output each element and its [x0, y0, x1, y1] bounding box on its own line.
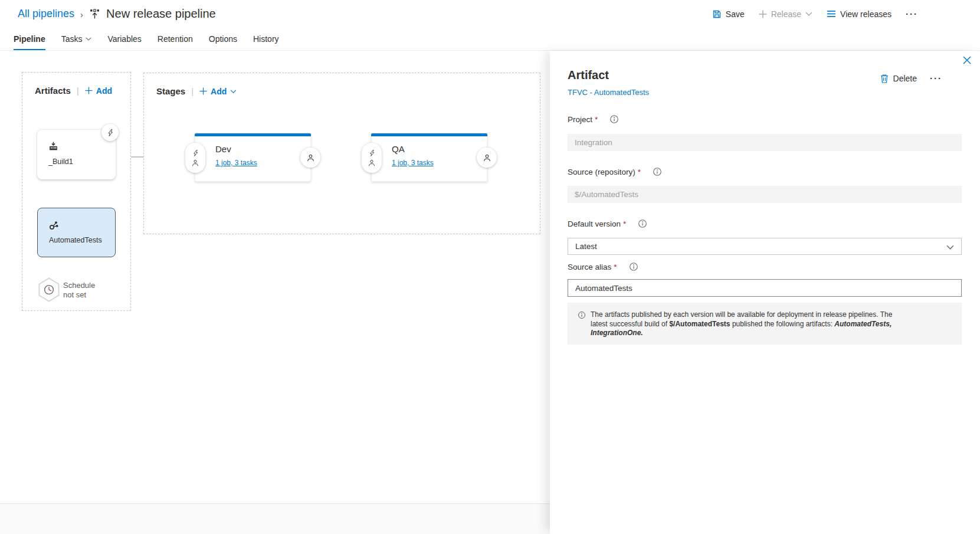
project-field [568, 134, 962, 151]
schedule-status-text: Schedule not set [63, 277, 95, 302]
close-panel-button[interactable] [963, 56, 971, 64]
list-icon [827, 10, 836, 18]
save-button[interactable]: Save [712, 9, 745, 19]
tab-history[interactable]: History [253, 28, 279, 50]
view-releases-button[interactable]: View releases [827, 9, 891, 19]
chevron-down-icon [805, 12, 812, 16]
stage-tasks-link[interactable]: 1 job, 3 tasks [215, 159, 257, 167]
add-stage-button[interactable]: Add [199, 87, 237, 96]
stage-card-dev[interactable]: Dev 1 job, 3 tasks [195, 133, 311, 182]
schedule-clock-icon[interactable] [38, 277, 60, 302]
toolbar: Save Release View releases ··· [712, 0, 918, 28]
artifact-card-build1[interactable]: _Build1 [37, 130, 116, 179]
breadcrumb: All pipelines › New release pipeline [18, 0, 216, 28]
release-button[interactable]: Release [759, 9, 812, 19]
stage-status-bar [371, 133, 487, 136]
person-icon [192, 159, 199, 166]
info-icon[interactable] [629, 262, 638, 271]
tab-retention[interactable]: Retention [158, 28, 193, 50]
stages-divider: | [191, 86, 194, 96]
artifact-label: _Build1 [48, 158, 73, 166]
stage-name: QA [392, 144, 405, 154]
chevron-down-icon [86, 37, 91, 41]
artifacts-title: Artifacts [35, 86, 71, 96]
person-icon [483, 154, 491, 162]
plus-icon [759, 10, 767, 18]
info-icon[interactable] [653, 167, 662, 176]
artifacts-divider: | [77, 86, 79, 96]
close-icon [963, 56, 971, 64]
info-icon[interactable] [609, 114, 619, 124]
lightning-icon [192, 149, 199, 157]
continuous-deployment-trigger-badge[interactable] [101, 124, 119, 141]
artifacts-zone: Artifacts | Add [22, 72, 131, 311]
plus-icon [199, 87, 207, 95]
add-artifact-button[interactable]: Add [85, 86, 112, 96]
release-pipeline-icon [89, 8, 100, 19]
more-options-button[interactable]: ··· [906, 9, 918, 19]
info-icon [578, 311, 586, 319]
post-deployment-conditions-button[interactable] [477, 148, 497, 168]
person-icon [368, 159, 375, 166]
tab-variables[interactable]: Variables [107, 28, 141, 50]
panel-title: Artifact [568, 68, 609, 82]
artifact-card-automatedtests[interactable]: AutomatedTests [37, 208, 116, 257]
pipeline-canvas: Artifacts | Add _Build1 [0, 51, 550, 504]
delete-artifact-button[interactable]: Delete [880, 74, 917, 83]
tfvc-artifact-icon [49, 220, 60, 230]
person-icon [307, 154, 314, 162]
stage-tasks-link[interactable]: 1 job, 3 tasks [392, 159, 434, 167]
tab-options[interactable]: Options [209, 28, 237, 50]
build-artifact-icon [48, 142, 58, 152]
trash-icon [880, 74, 889, 83]
save-icon [712, 9, 722, 19]
chevron-down-icon [946, 245, 954, 250]
tab-bar: Pipeline Tasks Variables Retention Optio… [0, 28, 980, 51]
chevron-down-icon [230, 90, 237, 93]
source-repository-label: Source (repository) * [568, 167, 662, 176]
default-version-label: Default version * [568, 219, 647, 228]
stage-status-bar [195, 133, 311, 136]
artifact-info-message: The artifacts published by each version … [568, 303, 962, 345]
project-label: Project * [568, 114, 619, 124]
info-icon[interactable] [638, 219, 647, 228]
page-title: New release pipeline [106, 7, 216, 21]
top-bar: All pipelines › New release pipeline Sav [0, 0, 980, 28]
source-alias-input[interactable] [568, 279, 962, 297]
stage-name: Dev [215, 144, 231, 154]
schedule-trigger: Schedule not set [38, 277, 95, 302]
artifact-label: AutomatedTests [49, 236, 102, 244]
tab-pipeline[interactable]: Pipeline [14, 28, 45, 50]
default-version-dropdown[interactable]: Latest [568, 238, 962, 255]
pre-deployment-conditions-button[interactable] [362, 143, 382, 173]
pre-deployment-conditions-button[interactable] [185, 143, 205, 173]
breadcrumb-separator: › [80, 9, 83, 19]
tab-tasks[interactable]: Tasks [61, 28, 92, 50]
stage-card-qa[interactable]: QA 1 job, 3 tasks [371, 133, 487, 182]
panel-more-button[interactable]: ··· [930, 73, 942, 83]
source-repository-field [568, 186, 962, 203]
plus-icon [85, 87, 93, 94]
stages-title: Stages [156, 86, 185, 96]
post-deployment-conditions-button[interactable] [300, 148, 320, 168]
lightning-icon [369, 149, 375, 157]
breadcrumb-all-pipelines-link[interactable]: All pipelines [18, 8, 74, 20]
source-alias-label: Source alias * [568, 262, 638, 271]
artifact-source-link[interactable]: TFVC - AutomatedTests [568, 88, 649, 97]
artifact-properties-panel: Artifact Delete ··· TFVC - AutomatedTest… [550, 51, 980, 534]
